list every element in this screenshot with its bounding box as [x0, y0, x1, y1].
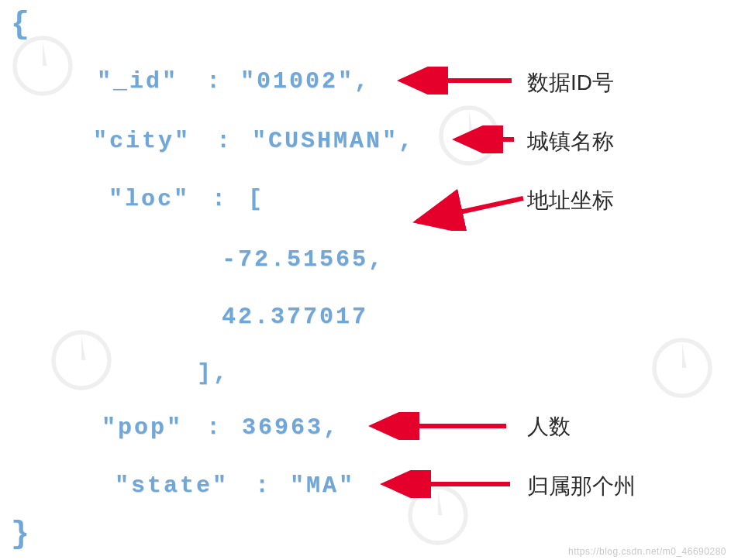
svg-point-2 — [53, 332, 109, 388]
json-city-key: "city" — [93, 128, 191, 154]
svg-line-7 — [417, 198, 523, 222]
json-pop-sep: : — [190, 414, 239, 441]
watermark-logo — [47, 325, 116, 395]
json-id-value: "01002", — [240, 68, 371, 94]
arrow-icon — [388, 67, 519, 94]
arrow-icon — [371, 470, 518, 498]
annotation-city: 城镇名称 — [527, 127, 614, 156]
json-state-sep: : — [239, 472, 288, 499]
json-city-value: "CUSHMAN", — [252, 128, 415, 154]
json-loc-close: ], — [197, 360, 229, 387]
json-pop-key: "pop" — [102, 414, 183, 441]
annotation-id: 数据ID号 — [527, 68, 614, 98]
watermark-url: https://blog.csdn.net/m0_46690280 — [568, 546, 726, 557]
json-pop-value: 36963, — [242, 414, 340, 441]
close-brace: } — [11, 517, 29, 552]
arrow-icon — [403, 184, 535, 231]
diagram-canvas: { "_id" : "01002", "city" : "CUSHMAN", "… — [0, 0, 731, 560]
json-city-sep: : — [200, 128, 249, 154]
open-brace: { — [11, 8, 29, 43]
arrow-icon — [443, 125, 520, 153]
json-loc-value-2: 42.377017 — [222, 304, 368, 330]
json-state-key: "state" — [115, 472, 229, 499]
json-id-key: "_id" — [97, 68, 178, 94]
json-state-value: "MA" — [290, 472, 355, 499]
annotation-pop: 人数 — [527, 412, 571, 441]
arrow-icon — [359, 412, 514, 440]
svg-point-3 — [654, 340, 710, 396]
json-loc-value-1: -72.51565, — [222, 246, 384, 273]
json-loc-key: "loc" — [109, 186, 190, 212]
annotation-state: 归属那个州 — [527, 472, 636, 501]
json-id-sep: : — [190, 68, 239, 94]
json-loc-sep: : — [195, 186, 244, 212]
json-loc-open: [ — [248, 186, 264, 212]
annotation-loc: 地址坐标 — [527, 186, 614, 215]
watermark-logo — [647, 333, 717, 403]
svg-point-0 — [15, 38, 71, 94]
